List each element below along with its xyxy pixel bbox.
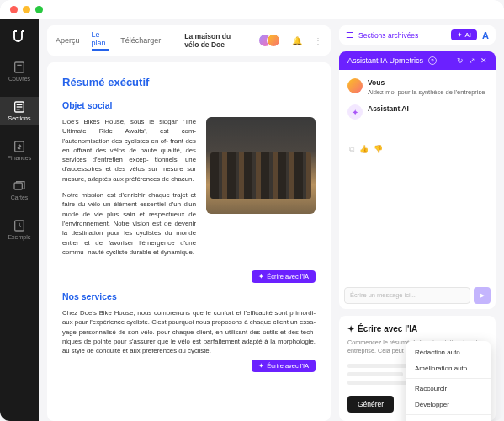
ai-options-dropdown: Rédaction auto Amélioration auto Raccour… (406, 341, 491, 421)
refresh-icon[interactable]: ↻ (457, 56, 464, 65)
sidebar-item-exemple[interactable]: Exemple (0, 216, 39, 243)
svg-rect-6 (14, 183, 22, 189)
right-column: ☰ Sections archivées ✦AI A Assistant IA … (339, 25, 496, 421)
window-titlebar (0, 0, 504, 19)
svg-rect-3 (17, 106, 23, 107)
chat-input[interactable]: Écrire un message ici... (344, 287, 470, 304)
send-button[interactable]: ➤ (474, 287, 491, 304)
sparkle-icon: ✦ (258, 362, 264, 370)
close-icon[interactable]: ✕ (480, 56, 487, 65)
info-icon[interactable]: ? (428, 56, 437, 65)
chat-title: Assistant IA Upmetrics (347, 56, 423, 65)
sidebar-label: Exemple (8, 234, 30, 240)
chat-body: Vous Aidez-moi pour la synthèse de l'ent… (339, 70, 496, 282)
msg-text: Aidez-moi pour la synthèse de l'entrepri… (368, 88, 485, 96)
main-area: Aperçu Le plan Télécharger La maison du … (39, 19, 504, 421)
svg-rect-4 (17, 109, 20, 109)
chat-header: Assistant IA Upmetrics ? ↻ ⤢ ✕ (339, 51, 496, 70)
body-paragraph: Notre mission est d'enrichir chaque traj… (62, 190, 196, 257)
msg-sender: Assistant AI (368, 104, 409, 113)
dd-item-redaction[interactable]: Rédaction auto (406, 344, 491, 360)
sections-icon (13, 100, 26, 114)
archived-label[interactable]: Sections archivées (358, 31, 446, 40)
expand-icon[interactable]: ⤢ (469, 56, 475, 65)
tab-overview[interactable]: Aperçu (56, 36, 80, 45)
generate-button[interactable]: Générer (347, 396, 394, 413)
copy-icon[interactable]: ⧉ (349, 145, 354, 154)
sidebar-item-sections[interactable]: Sections (0, 97, 39, 125)
dd-item-raccourcir[interactable]: Raccourcir (406, 381, 491, 397)
user-avatar (347, 78, 363, 93)
section-heading: Résumé exécutif (62, 76, 316, 88)
archive-icon: ☰ (346, 30, 353, 40)
write-with-ai-button[interactable]: ✦ Écrire avec l'IA (252, 270, 316, 283)
app-shell: Couvres Sections Finances Cartes Exemple… (0, 19, 504, 421)
minimize-window-dot[interactable] (23, 6, 30, 13)
section-image (206, 117, 316, 214)
tab-plan[interactable]: Le plan (92, 30, 109, 51)
left-sidebar: Couvres Sections Finances Cartes Exemple (0, 19, 39, 421)
menu-dots-icon[interactable]: ⋮ (314, 36, 322, 45)
sparkle-icon: ✦ (258, 273, 264, 280)
dd-item-developper[interactable]: Développer (406, 397, 491, 413)
notifications-icon[interactable]: 🔔 (292, 36, 302, 45)
sidebar-label: Cartes (11, 195, 29, 200)
sidebar-label: Sections (8, 115, 31, 121)
text-style-icon[interactable]: A (482, 30, 489, 40)
finances-icon (13, 140, 26, 153)
sidebar-label: Couvres (8, 76, 30, 82)
write-title-text: Écrire avec l'IA (358, 324, 417, 333)
chat-placeholder: Écrire un message ici... (350, 291, 416, 299)
sidebar-item-finances[interactable]: Finances (0, 136, 39, 164)
archived-sections-bar: ☰ Sections archivées ✦AI A (339, 25, 496, 45)
cover-icon (13, 61, 26, 74)
sparkle-icon: ✦ (347, 324, 354, 333)
maximize-window-dot[interactable] (35, 6, 43, 13)
chat-message-ai: ✦ Assistant AI (347, 104, 487, 120)
msg-sender: Vous (368, 78, 485, 87)
svg-rect-2 (17, 104, 23, 105)
ai-btn-label: Écrire avec l'IA (267, 273, 309, 280)
dd-item-amelioration[interactable]: Amélioration auto (406, 360, 491, 376)
body-paragraph: Chez Doe's Bike House, nous comprenons q… (62, 308, 316, 355)
ai-chat-panel: Assistant IA Upmetrics ? ↻ ⤢ ✕ Vous Aide… (339, 51, 496, 309)
collaborator-avatar[interactable] (267, 34, 280, 47)
sidebar-item-couvres[interactable]: Couvres (0, 57, 39, 85)
subsection-heading: Objet social (62, 100, 316, 110)
sidebar-label: Finances (8, 155, 31, 161)
document-title: La maison du vélo de Doe (184, 32, 247, 49)
thumbs-down-icon[interactable]: 👎 (374, 145, 383, 154)
thumbs-up-icon[interactable]: 👍 (359, 145, 369, 154)
app-logo[interactable] (10, 27, 29, 45)
write-with-ai-button[interactable]: ✦ Écrire avec l'IA (252, 360, 316, 372)
subsection-heading: Nos services (62, 291, 316, 301)
ai-pill[interactable]: ✦AI (451, 29, 477, 40)
close-window-dot[interactable] (10, 6, 18, 13)
example-icon (13, 219, 26, 232)
chat-input-row: Écrire un message ici... ➤ (339, 282, 496, 309)
ai-pill-label: AI (464, 31, 471, 39)
document-card: Résumé exécutif Objet social Doe's Bikes… (47, 62, 331, 421)
write-card-title: ✦ Écrire avec l'IA (347, 324, 487, 333)
write-with-ai-card: ✦ Écrire avec l'IA Commencez le résumé d… (339, 316, 496, 421)
ai-btn-label: Écrire avec l'IA (267, 362, 309, 370)
document-topbar: Aperçu Le plan Télécharger La maison du … (47, 25, 331, 56)
svg-rect-0 (15, 62, 24, 72)
document-column: Aperçu Le plan Télécharger La maison du … (47, 25, 331, 421)
cards-icon (13, 179, 26, 193)
message-reactions: ⧉ 👍 👎 (347, 145, 487, 154)
sparkle-icon: ✦ (457, 31, 463, 39)
dd-item-ton-pro[interactable]: Ton professionnel (406, 417, 491, 421)
chat-message-user: Vous Aidez-moi pour la synthèse de l'ent… (347, 78, 487, 96)
sidebar-item-cartes[interactable]: Cartes (0, 176, 39, 204)
ai-avatar: ✦ (347, 104, 363, 120)
tab-download[interactable]: Télécharger (120, 36, 161, 45)
body-paragraph: Doe's Bikes House, sous le slogan 'The U… (62, 117, 196, 184)
